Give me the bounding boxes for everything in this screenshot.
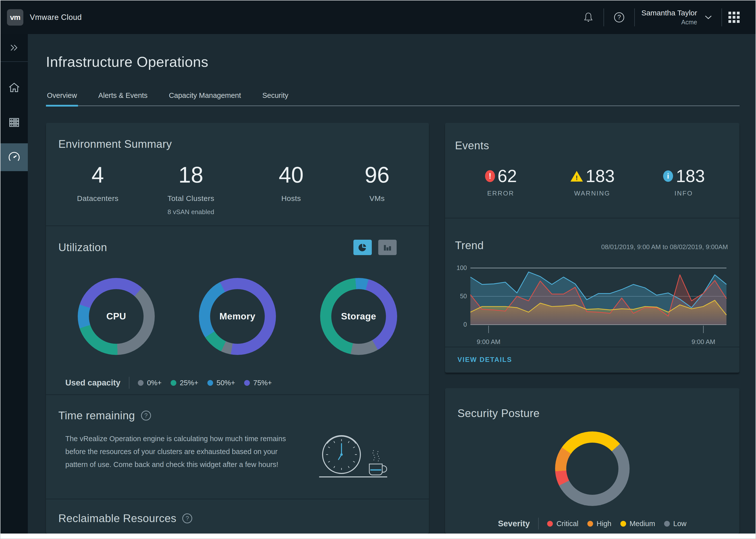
legend-dot (620, 521, 626, 527)
screenshot-frame: vm Vmware Cloud ? Samantha Taylor Acme (0, 0, 756, 539)
environment-summary-title: Environment Summary (58, 138, 416, 150)
chart-type-toggle (353, 240, 397, 255)
event-info[interactable]: i 183 INFO (638, 166, 729, 197)
cpu-donut-label: CPU (78, 278, 155, 355)
user-menu[interactable]: Samantha Taylor Acme (641, 9, 697, 26)
sidebar (0, 34, 28, 534)
legend-divider (538, 518, 539, 530)
events-section: Events ! 62 (445, 123, 739, 218)
info-label: INFO (675, 190, 693, 197)
storage-donut-chart[interactable]: Storage (320, 278, 397, 355)
svg-text:9:00 AM: 9:00 AM (692, 338, 715, 346)
svg-text:!: ! (576, 174, 578, 182)
error-icon: ! (485, 170, 495, 183)
stat-value: 4 (58, 162, 137, 188)
left-column: Environment Summary 4 Datacenters 18 Tot… (46, 123, 429, 534)
legend-label: Critical (556, 520, 578, 528)
info-icon: i (662, 170, 674, 183)
cpu-donut-chart[interactable]: CPU (78, 278, 155, 355)
stat-value: 18 (137, 162, 245, 188)
legend-dot (138, 380, 144, 386)
stat-label: VMs (338, 194, 416, 203)
vmware-logo[interactable]: vm (7, 9, 23, 26)
stat-hosts: 40 Hosts (245, 162, 338, 216)
stat-value: 96 (338, 162, 416, 188)
right-column: Events ! 62 (445, 123, 739, 534)
legend-divider (129, 377, 129, 389)
tab-label: Capacity Management (169, 91, 241, 99)
security-donut-chart[interactable] (555, 431, 630, 506)
legend-label: High (597, 520, 611, 528)
svg-text:50: 50 (460, 293, 467, 300)
error-count: 62 (497, 166, 517, 186)
time-remaining-text: The vRealize Operation engine is calcula… (65, 432, 289, 481)
stat-vms: 96 VMs (338, 162, 416, 216)
donut-hole (566, 443, 618, 495)
tab-capacity-management[interactable]: Capacity Management (168, 91, 242, 106)
utilization-title: Utilization (58, 241, 107, 254)
top-bar: vm Vmware Cloud ? Samantha Taylor Acme (0, 0, 756, 34)
sidebar-item-inventory[interactable] (0, 109, 28, 136)
bar-view-toggle[interactable] (378, 240, 397, 255)
user-org: Acme (681, 19, 697, 26)
event-error[interactable]: ! 62 ERROR (455, 166, 546, 197)
security-posture-card: Security Posture Severity Critical (445, 388, 739, 534)
tab-bar: Overview Alerts & Events Capacity Manage… (46, 91, 740, 106)
legend-label: 0%+ (147, 379, 162, 387)
environment-summary-section: Environment Summary 4 Datacenters 18 Tot… (46, 123, 429, 226)
top-bar-actions: ? Samantha Taylor Acme (580, 8, 740, 26)
reclaimable-resources-help-icon[interactable]: ? (182, 513, 192, 523)
time-remaining-section: Time remaining ? The vRealize Operation … (46, 395, 429, 499)
notifications-bell-icon[interactable] (580, 9, 597, 26)
legend-item-75pct: 75%+ (244, 379, 272, 387)
time-remaining-title: Time remaining (58, 409, 135, 422)
legend-dot (171, 380, 176, 386)
tab-label: Overview (47, 91, 77, 99)
top-bar-divider (634, 8, 635, 26)
svg-text:i: i (667, 172, 669, 180)
stat-label: Total Clusters (137, 194, 245, 203)
trend-line-chart[interactable]: 1005009:00 AM9:00 AM (455, 263, 729, 347)
legend-dot (547, 521, 553, 527)
info-count: 183 (676, 166, 705, 186)
memory-donut-chart[interactable]: Memory (199, 278, 276, 355)
warning-icon: ! (570, 170, 584, 183)
reclaimable-resources-title: Reclaimable Resources (58, 512, 176, 525)
time-remaining-help-icon[interactable]: ? (141, 411, 151, 421)
svg-text:9:00 AM: 9:00 AM (477, 338, 500, 346)
trend-card-footer: VIEW DETAILS (445, 347, 739, 373)
pie-view-toggle[interactable] (353, 240, 372, 255)
tab-label: Alerts & Events (98, 91, 148, 99)
sidebar-divider (0, 61, 28, 62)
sidebar-expand-icon[interactable] (0, 34, 28, 61)
sidebar-item-home[interactable] (0, 74, 28, 102)
events-stats: ! 62 ERROR (455, 166, 729, 197)
severity-legend: Severity Critical High (457, 518, 727, 530)
error-label: ERROR (487, 190, 514, 197)
tab-overview[interactable]: Overview (46, 91, 78, 106)
view-details-link[interactable]: VIEW DETAILS (457, 356, 512, 364)
main-area: Infrastructure Operations Overview Alert… (0, 34, 756, 534)
svg-text:100: 100 (456, 264, 467, 271)
svg-text:?: ? (617, 14, 621, 21)
warning-count: 183 (586, 166, 615, 186)
top-bar-divider (721, 8, 722, 26)
tab-alerts-events[interactable]: Alerts & Events (97, 91, 149, 106)
events-trend-card: Events ! 62 (445, 123, 739, 373)
app-switcher-icon[interactable] (728, 12, 740, 23)
events-title: Events (455, 139, 729, 152)
chevron-down-icon[interactable] (702, 9, 715, 26)
page-content: Infrastructure Operations Overview Alert… (28, 34, 756, 534)
event-warning[interactable]: ! 183 WARNING (546, 166, 638, 197)
stat-datacenters: 4 Datacenters (58, 162, 137, 216)
svg-text:0: 0 (463, 321, 467, 328)
tab-security[interactable]: Security (261, 91, 289, 106)
sidebar-item-dashboard-active[interactable] (0, 143, 28, 171)
utilization-donuts: CPU Memory Storage (78, 278, 397, 355)
help-icon[interactable]: ? (610, 9, 628, 26)
legend-label: 50%+ (217, 379, 235, 387)
brand-title: Vmware Cloud (30, 13, 82, 22)
reclaimable-resources-section: Reclaimable Resources ? (46, 499, 429, 534)
legend-item-25pct: 25%+ (171, 379, 198, 387)
clock-coffee-illustration (315, 431, 389, 481)
